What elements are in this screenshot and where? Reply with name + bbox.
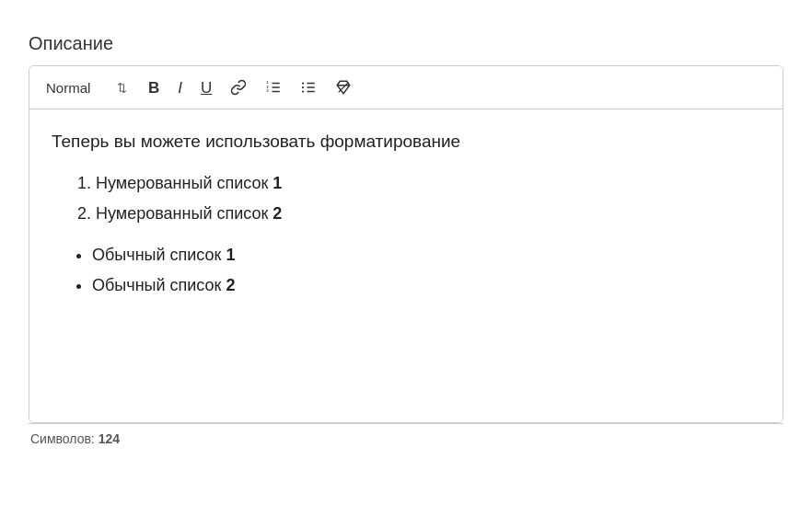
unordered-list: Обычный список 1 Обычный список 2 (92, 242, 760, 299)
intro-text: Теперь вы можете использовать форматиров… (52, 128, 760, 155)
italic-button[interactable]: I (171, 76, 189, 99)
svg-point-11 (302, 90, 304, 92)
clear-format-button[interactable] (329, 75, 358, 99)
svg-point-10 (302, 86, 304, 88)
bold-button[interactable]: B (142, 76, 166, 99)
clear-format-icon (335, 79, 352, 96)
ul-item-1-text: Обычный список (92, 246, 226, 264)
ol-item-1-bold: 1 (273, 174, 282, 192)
svg-text:2: 2 (267, 86, 269, 89)
link-button[interactable] (224, 75, 253, 99)
list-item: Нумерованный список 1 (96, 170, 760, 197)
char-count-value: 124 (99, 431, 120, 446)
char-count-label: Символов: (30, 431, 95, 446)
editor-wrapper: NormalHeading 1Heading 2Heading 3Heading… (29, 65, 783, 423)
style-select-wrapper[interactable]: NormalHeading 1Heading 2Heading 3Heading… (42, 78, 127, 98)
unordered-list-button[interactable] (294, 75, 323, 99)
underline-button[interactable]: U (194, 76, 218, 99)
editor-content[interactable]: Теперь вы можете использовать форматиров… (29, 109, 783, 422)
svg-text:1: 1 (267, 81, 269, 85)
editor-container: Описание NormalHeading 1Heading 2Heading… (29, 18, 783, 461)
ordered-list: Нумерованный список 1 Нумерованный списо… (96, 170, 760, 227)
unordered-list-icon (300, 79, 317, 96)
select-arrows-icon: ⇅ (117, 81, 127, 95)
svg-point-9 (302, 82, 304, 84)
svg-text:3: 3 (267, 89, 269, 93)
char-count-bar: Символов: 124 (29, 423, 783, 446)
svg-line-13 (339, 83, 349, 93)
list-item: Нумерованный список 2 (96, 201, 760, 227)
ul-item-2-text: Обычный список (92, 276, 226, 294)
style-select[interactable]: NormalHeading 1Heading 2Heading 3Heading… (42, 78, 113, 98)
ol-item-1-text: Нумерованный список (96, 174, 273, 192)
editor-label: Описание (29, 33, 783, 54)
link-icon (230, 79, 247, 96)
ol-item-2-text: Нумерованный список (96, 204, 273, 223)
list-item: Обычный список 2 (92, 272, 760, 299)
ol-item-2-bold: 2 (273, 204, 282, 223)
ordered-list-icon: 1 2 3 (265, 79, 282, 96)
list-item: Обычный список 1 (92, 242, 760, 269)
ul-item-2-bold: 2 (226, 276, 235, 294)
ul-item-1-bold: 1 (226, 246, 235, 264)
toolbar: NormalHeading 1Heading 2Heading 3Heading… (29, 66, 783, 109)
ordered-list-button[interactable]: 1 2 3 (259, 75, 288, 99)
